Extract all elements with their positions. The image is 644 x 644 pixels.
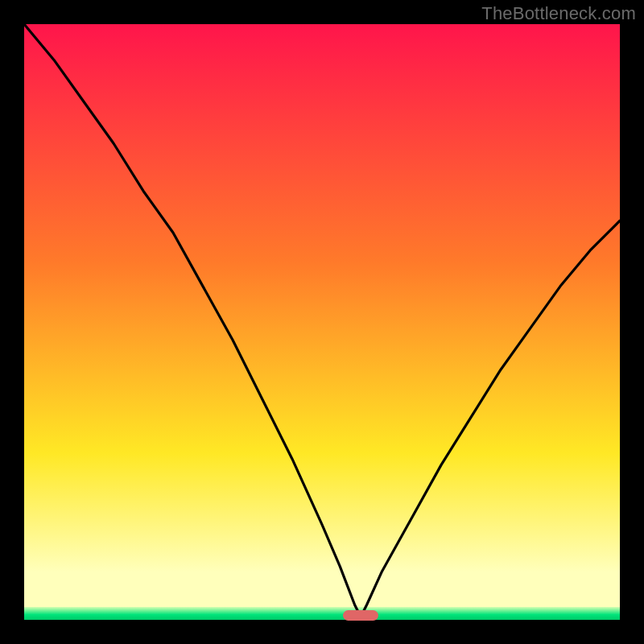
watermark-text: TheBottleneck.com [481, 3, 636, 24]
bottleneck-curve [24, 24, 620, 620]
chart-frame: TheBottleneck.com [0, 0, 644, 644]
plot-area [24, 24, 620, 620]
optimal-marker [343, 610, 378, 621]
